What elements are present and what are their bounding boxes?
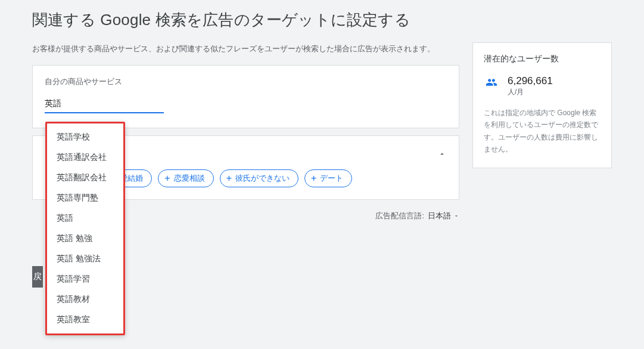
audience-estimate-card: 潜在的なユーザー数 6,296,661 人/月 これは指定の地域内で Googl…	[472, 42, 612, 168]
page-title: 関連する Google 検索を広告のターゲットに設定する	[32, 10, 612, 30]
autocomplete-item[interactable]: 英語翻訳会社	[47, 168, 123, 188]
audience-title: 潜在的なユーザー数	[484, 54, 601, 64]
plus-icon: +	[164, 174, 170, 183]
dropdown-arrow-icon	[453, 213, 459, 219]
autocomplete-item[interactable]: 英語学校	[47, 127, 123, 147]
autocomplete-item[interactable]: 英語教材	[47, 289, 123, 310]
autocomplete-item[interactable]: 英語 勉強法	[47, 249, 123, 269]
autocomplete-item[interactable]: 英語	[47, 208, 123, 228]
autocomplete-item[interactable]: 英語 勉強	[47, 228, 123, 249]
autocomplete-item[interactable]: 英語通訳会社	[47, 147, 123, 168]
plus-icon: +	[311, 174, 316, 183]
collapse-button[interactable]	[435, 147, 449, 161]
autocomplete-item[interactable]: 英語専門塾	[47, 188, 123, 208]
keyword-field-label: 自分の商品やサービス	[45, 76, 447, 87]
chip-label: 彼氏ができない	[235, 173, 290, 184]
suggestion-chip[interactable]: +デート	[304, 169, 352, 187]
chevron-up-icon	[438, 150, 446, 158]
page-description: お客様が提供する商品やサービス、および関連する似たフレーズをユーザーが検索した場…	[32, 42, 459, 55]
audience-unit: 人/月	[508, 87, 553, 97]
keyword-input[interactable]	[45, 98, 164, 113]
suggestion-chip[interactable]: +恋愛相談	[158, 169, 213, 187]
autocomplete-dropdown: 英語学校英語通訳会社英語翻訳会社英語専門塾英語英語 勉強英語 勉強法英語学習英語…	[45, 122, 125, 335]
autocomplete-item[interactable]: 英語教室	[47, 310, 123, 330]
audience-note: これは指定の地域内で Google 検索を利用しているユーザーの推定数です。ユー…	[484, 107, 601, 156]
autocomplete-item[interactable]: 英語学習	[47, 269, 123, 289]
chip-label: 恋愛相談	[174, 173, 205, 184]
suggestion-chip[interactable]: +彼氏ができない	[220, 169, 298, 187]
language-value: 日本語	[428, 211, 451, 221]
audience-count: 6,296,661	[508, 75, 553, 87]
keyword-input-card: 自分の商品やサービス	[32, 65, 459, 128]
language-label: 広告配信言語:	[375, 211, 424, 221]
chip-label: デート	[320, 173, 343, 184]
people-icon	[484, 76, 499, 88]
plus-icon: +	[226, 174, 232, 183]
back-button[interactable]: 戻	[32, 266, 43, 288]
